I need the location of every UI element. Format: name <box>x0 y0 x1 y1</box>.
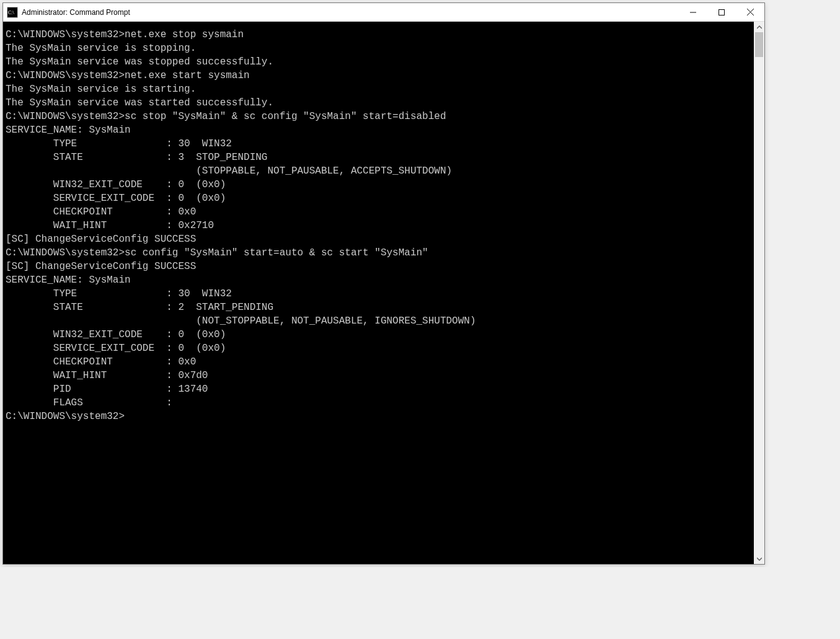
terminal-line: PID : 13740 <box>6 382 751 396</box>
terminal-line: STATE : 3 STOP_PENDING <box>6 151 751 164</box>
terminal-line: The SysMain service was stopped successf… <box>6 55 751 69</box>
minimize-button[interactable] <box>679 3 707 22</box>
terminal-output[interactable]: C:\WINDOWS\system32>net.exe stop sysmain… <box>3 22 754 564</box>
terminal-prompt[interactable]: C:\WINDOWS\system32> <box>6 410 751 423</box>
terminal-line: STATE : 2 START_PENDING <box>6 301 751 314</box>
maximize-button[interactable] <box>707 3 736 22</box>
window-title: Administrator: Command Prompt <box>22 8 130 17</box>
terminal-line: WIN32_EXIT_CODE : 0 (0x0) <box>6 178 751 192</box>
terminal-line: (STOPPABLE, NOT_PAUSABLE, ACCEPTS_SHUTDO… <box>6 164 751 178</box>
terminal-line: (NOT_STOPPABLE, NOT_PAUSABLE, IGNORES_SH… <box>6 314 751 328</box>
svg-text:C:\: C:\ <box>8 10 15 15</box>
terminal-line: [SC] ChangeServiceConfig SUCCESS <box>6 232 751 246</box>
terminal-line: FLAGS : <box>6 396 751 410</box>
terminal-line: C:\WINDOWS\system32>sc stop "SysMain" & … <box>6 110 751 123</box>
terminal-line: C:\WINDOWS\system32>sc config "SysMain" … <box>6 246 751 260</box>
terminal-line: C:\WINDOWS\system32>net.exe start sysmai… <box>6 69 751 82</box>
window-controls <box>679 3 764 22</box>
terminal-line: CHECKPOINT : 0x0 <box>6 205 751 219</box>
terminal-line: C:\WINDOWS\system32>net.exe stop sysmain <box>6 28 751 42</box>
terminal-line: [SC] ChangeServiceConfig SUCCESS <box>6 260 751 273</box>
close-button[interactable] <box>736 3 764 22</box>
scroll-down-arrow-icon[interactable] <box>754 553 764 564</box>
terminal-line: SERVICE_EXIT_CODE : 0 (0x0) <box>6 342 751 355</box>
command-prompt-window: C:\ Administrator: Command Prompt C:\WIN… <box>2 2 765 565</box>
terminal-line: TYPE : 30 WIN32 <box>6 287 751 301</box>
terminal-line: WIN32_EXIT_CODE : 0 (0x0) <box>6 328 751 342</box>
vertical-scrollbar[interactable] <box>754 22 764 564</box>
console-wrap: C:\WINDOWS\system32>net.exe stop sysmain… <box>3 22 764 564</box>
scroll-track[interactable] <box>754 32 764 553</box>
terminal-line: WAIT_HINT : 0x2710 <box>6 219 751 232</box>
cmd-icon: C:\ <box>7 7 18 18</box>
terminal-line: CHECKPOINT : 0x0 <box>6 355 751 369</box>
terminal-line: TYPE : 30 WIN32 <box>6 137 751 151</box>
scroll-up-arrow-icon[interactable] <box>754 22 764 32</box>
terminal-line: SERVICE_EXIT_CODE : 0 (0x0) <box>6 192 751 205</box>
terminal-line: SERVICE_NAME: SysMain <box>6 123 751 137</box>
svg-rect-4 <box>719 9 725 15</box>
terminal-line: The SysMain service is starting. <box>6 82 751 96</box>
titlebar[interactable]: C:\ Administrator: Command Prompt <box>3 3 764 22</box>
terminal-line: WAIT_HINT : 0x7d0 <box>6 369 751 382</box>
terminal-line: The SysMain service is stopping. <box>6 42 751 55</box>
scroll-thumb[interactable] <box>755 32 763 57</box>
terminal-line: SERVICE_NAME: SysMain <box>6 273 751 287</box>
terminal-line: The SysMain service was started successf… <box>6 96 751 110</box>
